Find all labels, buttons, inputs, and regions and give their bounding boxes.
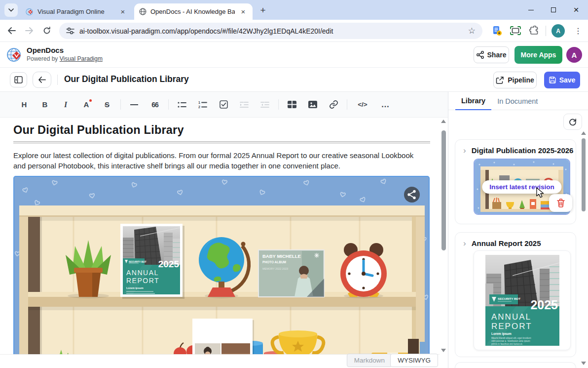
card-header[interactable]: › Annual Report 2025 — [455, 233, 576, 247]
browser-reload-button[interactable] — [39, 23, 54, 38]
scrollbar-thumb[interactable] — [441, 130, 446, 250]
tab-library[interactable]: Library — [455, 92, 491, 110]
card-title: Digital Publication 2025-2026 — [472, 146, 574, 155]
text-color-button[interactable]: A — [80, 98, 93, 111]
svg-text:BABY MICHELLE: BABY MICHELLE — [262, 253, 301, 259]
snowflake-doodle — [314, 253, 319, 258]
browser-forward-button[interactable] — [22, 23, 37, 38]
editor-scrollbar[interactable] — [440, 118, 448, 354]
scroll-down-arrow-icon[interactable] — [441, 349, 446, 352]
refresh-icon — [569, 118, 577, 126]
toggle-sidebar-button[interactable] — [10, 72, 27, 87]
browser-profile-avatar[interactable]: A — [551, 24, 565, 38]
svg-text:MEMORY 2022 2023: MEMORY 2022 2023 — [262, 267, 288, 270]
baby-photo-frame: BABY MICHELLE PHOTO ALBUM MEMORY 2022 20… — [258, 250, 324, 297]
svg-text:REPORT: REPORT — [126, 277, 159, 285]
browser-menu-kebab-icon[interactable]: ⋮ — [571, 24, 585, 38]
code-block-button[interactable]: </> — [354, 98, 371, 111]
chevron-right-icon[interactable]: › — [463, 146, 466, 155]
scroll-up-arrow-icon[interactable] — [441, 120, 446, 123]
globe-favicon — [139, 8, 147, 15]
bold-button[interactable]: B — [38, 98, 51, 111]
browser-tab-opendocs[interactable]: OpenDocs - AI Knowledge Base × — [134, 3, 253, 20]
tab-search-caret-button[interactable] — [4, 3, 18, 17]
markdown-mode-button[interactable]: Markdown — [347, 354, 392, 367]
window-minimize-button[interactable] — [519, 0, 542, 20]
browser-back-button[interactable] — [4, 23, 19, 38]
strikethrough-button[interactable]: S — [101, 98, 113, 111]
chevron-right-icon[interactable]: › — [463, 239, 466, 247]
publication-thumbnail[interactable]: Insert latest revision — [474, 159, 570, 215]
heading-underline — [13, 141, 430, 143]
italic-button[interactable]: I — [59, 98, 72, 111]
image-share-button[interactable] — [404, 187, 420, 203]
more-apps-button[interactable]: More Apps — [514, 46, 562, 64]
opendocs-logo — [6, 47, 23, 64]
extension-doc-icon[interactable] — [490, 24, 503, 37]
checkbox-icon — [220, 100, 228, 109]
user-avatar[interactable]: A — [566, 47, 582, 63]
sidebar-tabs: Library In Document — [448, 92, 588, 110]
scroll-up-arrow-icon[interactable] — [581, 131, 586, 135]
task-list-button[interactable] — [217, 98, 230, 111]
insert-latest-revision-button[interactable]: Insert latest revision — [482, 180, 561, 194]
scrollbar-thumb[interactable] — [582, 138, 586, 211]
toolbar-divider — [278, 99, 279, 110]
insert-image-button[interactable] — [306, 98, 319, 111]
card-header[interactable]: › Digital Publication 2025-2026 — [455, 140, 576, 155]
svg-text:2025: 2025 — [530, 298, 558, 312]
url-text: ai-toolbox.visual-paradigm.com/app/opend… — [79, 27, 463, 35]
svg-text:Lorem ipsum: Lorem ipsum — [126, 286, 144, 289]
bullet-list-button[interactable] — [176, 98, 188, 111]
scroll-down-arrow-icon[interactable] — [581, 362, 586, 365]
delete-button[interactable] — [549, 194, 572, 212]
indent-button[interactable] — [238, 98, 251, 111]
ordered-list-button[interactable]: 1 2 — [196, 98, 209, 111]
tab-close-icon[interactable]: × — [239, 7, 248, 16]
more-tools-button[interactable]: … — [379, 98, 392, 111]
pipeline-icon — [496, 77, 504, 84]
heading-button[interactable]: H — [18, 98, 31, 111]
annual-report-thumbnail[interactable]: 2025 SECURITY BOT ANNUAL REPORT Lorem ip… — [474, 250, 571, 350]
browser-tab-vp-online[interactable]: Visual Paradigm Online × — [21, 3, 132, 20]
window-close-button[interactable]: × — [565, 0, 588, 20]
horizontal-rule-button[interactable] — [128, 98, 141, 111]
panel-left-icon — [14, 76, 23, 83]
document-canvas[interactable]: Our Digital Publication Library Explore … — [0, 118, 440, 354]
library-card-next[interactable] — [455, 362, 576, 368]
save-button[interactable]: Save — [544, 72, 580, 88]
wysiwyg-mode-button[interactable]: WYSIWYG — [390, 354, 438, 367]
blockquote-button[interactable]: 66 — [148, 98, 161, 111]
app-header: OpenDocs Powered by Visual Paradigm Shar… — [0, 42, 588, 68]
address-bar[interactable]: ai-toolbox.visual-paradigm.com/app/opend… — [59, 23, 482, 39]
back-button[interactable] — [33, 72, 51, 88]
embedded-bookshelf-image[interactable]: 2025 SECURITY BOT ANNUAL REPORT Lorem ip… — [13, 176, 430, 354]
new-tab-button[interactable]: + — [257, 4, 269, 17]
share-button[interactable]: Share — [474, 46, 509, 63]
browser-tab-strip: Visual Paradigm Online × OpenDocs - AI K… — [0, 0, 588, 20]
pipeline-button[interactable]: Pipeline — [493, 72, 537, 88]
bookmark-star-icon[interactable]: ☆ — [468, 26, 476, 36]
tab-in-document[interactable]: In Document — [491, 92, 544, 110]
visual-paradigm-link[interactable]: Visual Paradigm — [60, 55, 103, 62]
site-settings-icon — [66, 27, 74, 35]
window-maximize-button[interactable] — [542, 0, 565, 20]
insert-link-button[interactable] — [327, 98, 340, 111]
alarm-clock — [340, 243, 387, 298]
tab-close-icon[interactable]: × — [118, 7, 127, 16]
extensions-puzzle-icon[interactable] — [528, 24, 541, 37]
refresh-button[interactable] — [563, 114, 582, 130]
navbar-divider — [546, 26, 546, 36]
svg-text:2025: 2025 — [158, 259, 180, 269]
svg-text:REPORT: REPORT — [491, 322, 532, 331]
trash-icon — [557, 199, 565, 207]
toolbar-divider — [347, 99, 347, 110]
insert-table-button[interactable] — [286, 98, 298, 111]
sidebar-scrollbar[interactable] — [580, 92, 587, 368]
outdent-button[interactable] — [258, 98, 271, 111]
back-arrow-icon — [38, 77, 46, 83]
screenshot-tool-icon[interactable] — [509, 24, 522, 37]
mouse-cursor — [536, 187, 544, 198]
indent-icon — [240, 101, 249, 108]
outdent-icon — [260, 101, 269, 108]
